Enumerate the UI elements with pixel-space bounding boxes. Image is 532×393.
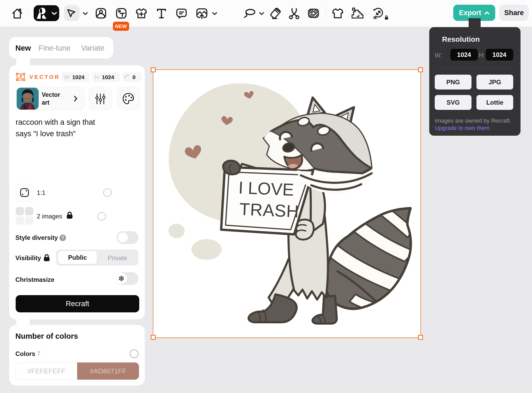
svg-text:TRASH: TRASH xyxy=(239,199,299,221)
svg-text:I LOVE: I LOVE xyxy=(238,178,294,199)
